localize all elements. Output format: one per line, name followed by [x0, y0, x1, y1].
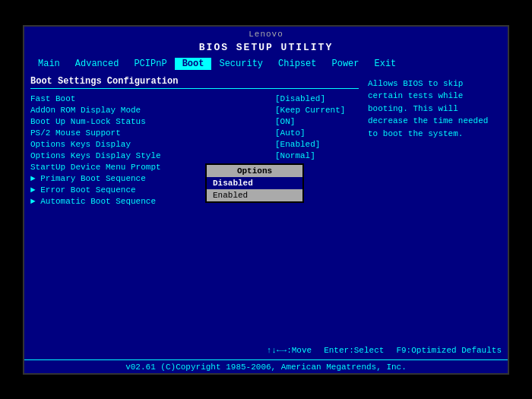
- setting-value-numlock: [ON]: [275, 117, 359, 126]
- dropdown-item-disabled[interactable]: Disabled: [207, 177, 302, 189]
- left-panel: Boot Settings Configuration Fast Boot [D…: [30, 76, 359, 344]
- dropdown-header: Options: [207, 165, 302, 177]
- setting-value-options-keys-style: [Normal]: [275, 151, 359, 160]
- nav-hint-select: Enter:Select: [324, 346, 384, 355]
- setting-value-addon-rom: [Keep Current]: [275, 106, 359, 115]
- setting-label-ps2-mouse: PS/2 Mouse Support: [30, 128, 275, 138]
- menu-item-security[interactable]: Security: [211, 58, 271, 70]
- setting-value-ps2-mouse: [Auto]: [275, 128, 359, 138]
- setting-label-options-keys-display: Options Keys Display: [30, 140, 275, 149]
- nav-hints: ↑↓←→:Move Enter:Select F9:Optimized Defa…: [24, 344, 508, 356]
- dropdown-popup: Options Disabled Enabled: [205, 163, 304, 203]
- bios-screen: Lenovo BIOS SETUP UTILITY Main Advanced …: [23, 25, 509, 375]
- setting-startup-device[interactable]: StartUp Device Menu Prompt: [30, 162, 359, 173]
- setting-fast-boot[interactable]: Fast Boot [Disabled]: [30, 93, 359, 104]
- setting-value-options-keys-display: [Enabled]: [275, 140, 359, 149]
- nav-hint-move: ↑↓←→:Move: [267, 346, 312, 355]
- setting-addon-rom[interactable]: AddOn ROM Display Mode [Keep Current]: [30, 105, 359, 116]
- nav-hint-optimized: F9:Optimized Defaults: [396, 346, 502, 355]
- arrow-primary-boot[interactable]: ► Primary Boot Sequence: [30, 173, 359, 184]
- setting-value-fast-boot: [Disabled]: [275, 94, 359, 103]
- dropdown-item-enabled[interactable]: Enabled: [207, 189, 302, 201]
- arrow-automatic-boot[interactable]: ► Automatic Boot Sequence: [30, 196, 359, 207]
- menu-item-advanced[interactable]: Advanced: [68, 58, 127, 70]
- setting-label-numlock: Boot Up Num-Lock Status: [30, 117, 275, 126]
- setting-options-keys-display[interactable]: Options Keys Display [Enabled]: [30, 139, 359, 150]
- bios-title: BIOS SETUP UTILITY: [24, 40, 508, 56]
- setting-label-fast-boot: Fast Boot: [30, 94, 275, 103]
- menu-item-power[interactable]: Power: [324, 58, 366, 70]
- menu-item-pcipnp[interactable]: PCIPnP: [126, 58, 174, 70]
- help-text: Allows BIOS to skip certain tests while …: [368, 78, 499, 141]
- setting-label-options-keys-style: Options Keys Display Style: [30, 151, 275, 160]
- menu-item-boot[interactable]: Boot: [175, 58, 212, 70]
- brand-label: Lenovo: [24, 27, 508, 40]
- right-panel: Allows BIOS to skip certain tests while …: [365, 76, 502, 344]
- section-title: Boot Settings Configuration: [30, 76, 359, 89]
- setting-options-keys-style[interactable]: Options Keys Display Style [Normal]: [30, 150, 359, 161]
- arrow-error-boot[interactable]: ► Error Boot Sequence: [30, 185, 359, 195]
- menu-bar: Main Advanced PCIPnP Boot Security Chips…: [24, 56, 508, 71]
- menu-item-main[interactable]: Main: [30, 58, 68, 70]
- setting-ps2-mouse[interactable]: PS/2 Mouse Support [Auto]: [30, 128, 359, 138]
- setting-label-addon-rom: AddOn ROM Display Mode: [30, 106, 275, 115]
- setting-numlock[interactable]: Boot Up Num-Lock Status [ON]: [30, 116, 359, 127]
- menu-item-chipset[interactable]: Chipset: [271, 58, 324, 70]
- menu-item-exit[interactable]: Exit: [367, 58, 404, 70]
- content-area: Boot Settings Configuration Fast Boot [D…: [24, 71, 508, 344]
- footer: v02.61 (C)Copyright 1985-2006, American …: [24, 359, 508, 373]
